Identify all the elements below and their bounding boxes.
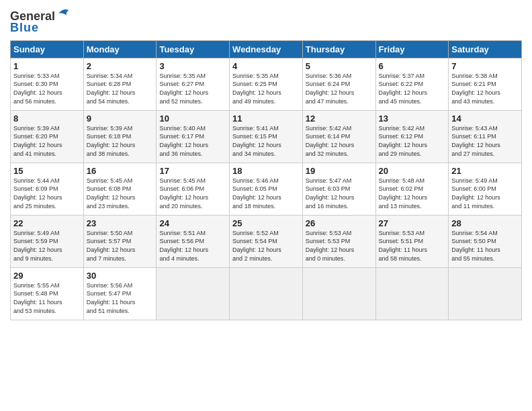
day-number: 6 xyxy=(379,61,446,71)
table-row: 24Sunrise: 5:51 AM Sunset: 5:56 PM Dayli… xyxy=(157,215,230,267)
table-row: 4Sunrise: 5:35 AM Sunset: 6:25 PM Daylig… xyxy=(230,58,303,110)
col-sunday: Sunday xyxy=(11,40,84,58)
calendar-week-row: 1Sunrise: 5:33 AM Sunset: 6:30 PM Daylig… xyxy=(11,58,522,110)
table-row: 8Sunrise: 5:39 AM Sunset: 6:20 PM Daylig… xyxy=(11,110,84,163)
day-info: Sunrise: 5:54 AM Sunset: 5:50 PM Dayligh… xyxy=(451,229,519,263)
table-row: 15Sunrise: 5:44 AM Sunset: 6:09 PM Dayli… xyxy=(11,163,84,215)
day-number: 19 xyxy=(306,166,373,176)
table-row: 12Sunrise: 5:42 AM Sunset: 6:14 PM Dayli… xyxy=(302,110,375,163)
table-row: 23Sunrise: 5:50 AM Sunset: 5:57 PM Dayli… xyxy=(83,215,157,267)
day-number: 13 xyxy=(379,113,446,124)
day-info: Sunrise: 5:49 AM Sunset: 5:59 PM Dayligh… xyxy=(13,229,81,263)
col-thursday: Thursday xyxy=(302,40,375,58)
day-number: 20 xyxy=(379,166,446,176)
day-number: 8 xyxy=(13,113,81,124)
table-row: 7Sunrise: 5:38 AM Sunset: 6:21 PM Daylig… xyxy=(449,58,522,110)
day-number: 3 xyxy=(159,61,226,71)
day-number: 23 xyxy=(87,218,154,228)
calendar-week-row: 29Sunrise: 5:55 AM Sunset: 5:48 PM Dayli… xyxy=(11,267,522,320)
table-row xyxy=(157,267,230,320)
day-info: Sunrise: 5:37 AM Sunset: 6:22 PM Dayligh… xyxy=(379,72,446,105)
table-row: 18Sunrise: 5:46 AM Sunset: 6:05 PM Dayli… xyxy=(230,163,303,215)
col-saturday: Saturday xyxy=(449,40,522,58)
table-row xyxy=(302,267,375,320)
day-number: 1 xyxy=(13,61,81,71)
day-info: Sunrise: 5:45 AM Sunset: 6:06 PM Dayligh… xyxy=(159,177,226,210)
day-info: Sunrise: 5:39 AM Sunset: 6:18 PM Dayligh… xyxy=(87,124,154,158)
day-number: 22 xyxy=(13,218,81,228)
table-row: 26Sunrise: 5:53 AM Sunset: 5:53 PM Dayli… xyxy=(302,215,375,267)
day-info: Sunrise: 5:34 AM Sunset: 6:28 PM Dayligh… xyxy=(87,72,154,105)
day-number: 24 xyxy=(159,218,226,228)
table-row: 14Sunrise: 5:43 AM Sunset: 6:11 PM Dayli… xyxy=(449,110,522,163)
day-number: 17 xyxy=(159,166,226,176)
day-number: 28 xyxy=(451,218,519,228)
day-info: Sunrise: 5:50 AM Sunset: 5:57 PM Dayligh… xyxy=(87,229,154,263)
day-number: 21 xyxy=(451,166,519,176)
table-row: 5Sunrise: 5:36 AM Sunset: 6:24 PM Daylig… xyxy=(302,58,375,110)
header: General Blue xyxy=(10,7,522,35)
day-info: Sunrise: 5:43 AM Sunset: 6:11 PM Dayligh… xyxy=(451,124,519,158)
table-row: 6Sunrise: 5:37 AM Sunset: 6:22 PM Daylig… xyxy=(375,58,449,110)
day-info: Sunrise: 5:48 AM Sunset: 6:02 PM Dayligh… xyxy=(379,177,446,210)
table-row: 27Sunrise: 5:53 AM Sunset: 5:51 PM Dayli… xyxy=(375,215,449,267)
day-info: Sunrise: 5:35 AM Sunset: 6:25 PM Dayligh… xyxy=(232,72,300,105)
day-number: 14 xyxy=(451,113,519,124)
day-info: Sunrise: 5:51 AM Sunset: 5:56 PM Dayligh… xyxy=(159,229,226,263)
day-info: Sunrise: 5:41 AM Sunset: 6:15 PM Dayligh… xyxy=(232,124,300,158)
day-number: 2 xyxy=(87,61,154,71)
logo-blue-text: Blue xyxy=(10,21,39,35)
day-info: Sunrise: 5:38 AM Sunset: 6:21 PM Dayligh… xyxy=(451,72,519,105)
table-row: 20Sunrise: 5:48 AM Sunset: 6:02 PM Dayli… xyxy=(375,163,449,215)
day-info: Sunrise: 5:42 AM Sunset: 6:14 PM Dayligh… xyxy=(306,124,373,158)
calendar-week-row: 8Sunrise: 5:39 AM Sunset: 6:20 PM Daylig… xyxy=(11,110,522,163)
day-info: Sunrise: 5:36 AM Sunset: 6:24 PM Dayligh… xyxy=(306,72,373,105)
table-row: 30Sunrise: 5:56 AM Sunset: 5:47 PM Dayli… xyxy=(83,267,157,320)
table-row: 16Sunrise: 5:45 AM Sunset: 6:08 PM Dayli… xyxy=(83,163,157,215)
calendar-body: 1Sunrise: 5:33 AM Sunset: 6:30 PM Daylig… xyxy=(11,58,522,320)
table-row: 2Sunrise: 5:34 AM Sunset: 6:28 PM Daylig… xyxy=(83,58,157,110)
table-row: 28Sunrise: 5:54 AM Sunset: 5:50 PM Dayli… xyxy=(449,215,522,267)
day-info: Sunrise: 5:35 AM Sunset: 6:27 PM Dayligh… xyxy=(159,72,226,105)
day-number: 25 xyxy=(232,218,300,228)
day-number: 26 xyxy=(306,218,373,228)
day-number: 16 xyxy=(87,166,154,176)
table-row: 11Sunrise: 5:41 AM Sunset: 6:15 PM Dayli… xyxy=(230,110,303,163)
day-number: 5 xyxy=(306,61,373,71)
table-row: 21Sunrise: 5:49 AM Sunset: 6:00 PM Dayli… xyxy=(449,163,522,215)
calendar-week-row: 22Sunrise: 5:49 AM Sunset: 5:59 PM Dayli… xyxy=(11,215,522,267)
table-row: 13Sunrise: 5:42 AM Sunset: 6:12 PM Dayli… xyxy=(375,110,449,163)
table-row: 3Sunrise: 5:35 AM Sunset: 6:27 PM Daylig… xyxy=(157,58,230,110)
day-info: Sunrise: 5:49 AM Sunset: 6:00 PM Dayligh… xyxy=(451,177,519,210)
day-info: Sunrise: 5:52 AM Sunset: 5:54 PM Dayligh… xyxy=(232,229,300,263)
calendar-week-row: 15Sunrise: 5:44 AM Sunset: 6:09 PM Dayli… xyxy=(11,163,522,215)
table-row xyxy=(449,267,522,320)
day-number: 11 xyxy=(232,113,300,124)
col-friday: Friday xyxy=(375,40,449,58)
day-info: Sunrise: 5:44 AM Sunset: 6:09 PM Dayligh… xyxy=(13,177,81,210)
day-info: Sunrise: 5:56 AM Sunset: 5:47 PM Dayligh… xyxy=(87,281,154,315)
table-row xyxy=(375,267,449,320)
day-info: Sunrise: 5:45 AM Sunset: 6:08 PM Dayligh… xyxy=(87,177,154,210)
day-info: Sunrise: 5:55 AM Sunset: 5:48 PM Dayligh… xyxy=(13,281,81,315)
table-row: 10Sunrise: 5:40 AM Sunset: 6:17 PM Dayli… xyxy=(157,110,230,163)
day-info: Sunrise: 5:53 AM Sunset: 5:51 PM Dayligh… xyxy=(379,229,446,263)
day-info: Sunrise: 5:39 AM Sunset: 6:20 PM Dayligh… xyxy=(13,124,81,158)
day-number: 27 xyxy=(379,218,446,228)
table-row: 9Sunrise: 5:39 AM Sunset: 6:18 PM Daylig… xyxy=(83,110,157,163)
day-number: 7 xyxy=(451,61,519,71)
table-row xyxy=(230,267,303,320)
day-info: Sunrise: 5:46 AM Sunset: 6:05 PM Dayligh… xyxy=(232,177,300,210)
day-info: Sunrise: 5:42 AM Sunset: 6:12 PM Dayligh… xyxy=(379,124,446,158)
day-info: Sunrise: 5:40 AM Sunset: 6:17 PM Dayligh… xyxy=(159,124,226,158)
day-info: Sunrise: 5:53 AM Sunset: 5:53 PM Dayligh… xyxy=(306,229,373,263)
day-number: 9 xyxy=(87,113,154,124)
day-info: Sunrise: 5:47 AM Sunset: 6:03 PM Dayligh… xyxy=(306,177,373,210)
day-number: 12 xyxy=(306,113,373,124)
day-number: 30 xyxy=(87,271,154,281)
day-number: 15 xyxy=(13,166,81,176)
day-info: Sunrise: 5:33 AM Sunset: 6:30 PM Dayligh… xyxy=(13,72,81,105)
calendar-table: Sunday Monday Tuesday Wednesday Thursday… xyxy=(10,40,522,320)
main-container: General Blue Sunday Monday Tuesday Wedne… xyxy=(0,0,532,327)
day-number: 29 xyxy=(13,271,81,281)
